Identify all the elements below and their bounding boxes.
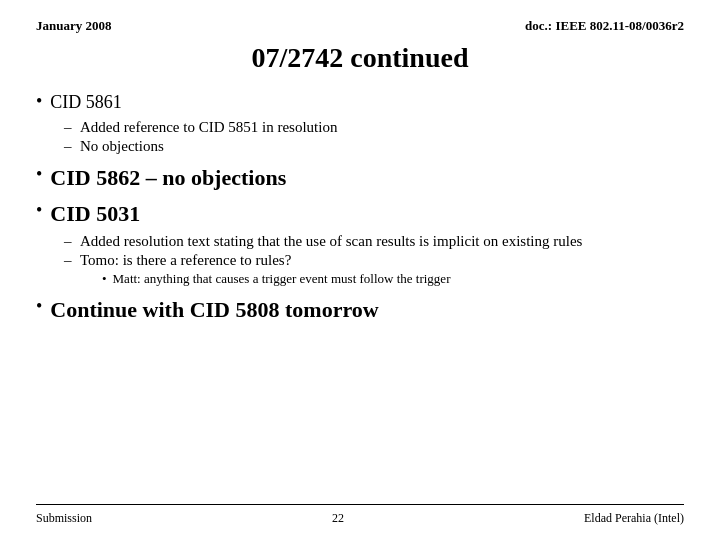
slide: January 2008 doc.: IEEE 802.11-08/0036r2… [0,0,720,540]
header-right: doc.: IEEE 802.11-08/0036r2 [525,18,684,34]
sub-dash-cid5861-0: – [64,119,74,136]
sub-text-cid5031-0: Added resolution text stating that the u… [80,233,684,250]
footer-left: Submission [36,511,92,526]
sub-item-cid5031-0: – Added resolution text stating that the… [64,233,684,250]
bullet-marker-cid5861: • [36,91,42,112]
subsub-bullet-0: • [102,271,107,287]
bullet-l1-cid5861: •CID 5861 [36,92,684,113]
bullet-marker-cid5031: • [36,200,42,221]
footer-center: 22 [332,511,344,526]
bullet-section-cid5808: •Continue with CID 5808 tomorrow [36,297,684,323]
bullet-l1-cid5862: •CID 5862 – no objections [36,165,684,191]
subsub-item-0: • Matt: anything that causes a trigger e… [102,271,684,287]
slide-content: •CID 5861– Added reference to CID 5851 i… [36,92,684,500]
bullet-text-cid5861: CID 5861 [50,92,122,113]
bullet-text-cid5031: CID 5031 [50,201,140,227]
sub-item-cid5861-0: – Added reference to CID 5851 in resolut… [64,119,684,136]
bullet-marker-cid5808: • [36,296,42,317]
bullet-section-cid5031: •CID 5031– Added resolution text stating… [36,201,684,287]
bullet-text-cid5808: Continue with CID 5808 tomorrow [50,297,378,323]
sub-item-cid5861-1: – No objections [64,138,684,155]
sub-item-cid5031-1: – Tomo: is there a reference to rules?• … [64,252,684,287]
bullet-marker-cid5862: • [36,164,42,185]
sub-dash-cid5861-1: – [64,138,74,155]
sub-text-cid5861-0: Added reference to CID 5851 in resolutio… [80,119,684,136]
subsub-list-cid5031-1: • Matt: anything that causes a trigger e… [102,271,684,287]
slide-header: January 2008 doc.: IEEE 802.11-08/0036r2 [36,18,684,34]
sub-dash-cid5031-0: – [64,233,74,250]
sub-list-cid5031: – Added resolution text stating that the… [64,233,684,287]
bullet-l1-cid5031: •CID 5031 [36,201,684,227]
slide-title: 07/2742 continued [36,42,684,74]
sub-text-cid5861-1: No objections [80,138,684,155]
footer-right: Eldad Perahia (Intel) [584,511,684,526]
sub-dash-cid5031-1: – [64,252,74,269]
sub-list-cid5861: – Added reference to CID 5851 in resolut… [64,119,684,155]
sub-text-cid5031-1: Tomo: is there a reference to rules?• Ma… [80,252,684,287]
bullet-text-cid5862: CID 5862 – no objections [50,165,286,191]
bullet-section-cid5861: •CID 5861– Added reference to CID 5851 i… [36,92,684,155]
slide-footer: Submission 22 Eldad Perahia (Intel) [36,504,684,526]
bullet-l1-cid5808: •Continue with CID 5808 tomorrow [36,297,684,323]
bullet-section-cid5862: •CID 5862 – no objections [36,165,684,191]
subsub-text-0: Matt: anything that causes a trigger eve… [113,271,451,287]
header-left: January 2008 [36,18,111,34]
